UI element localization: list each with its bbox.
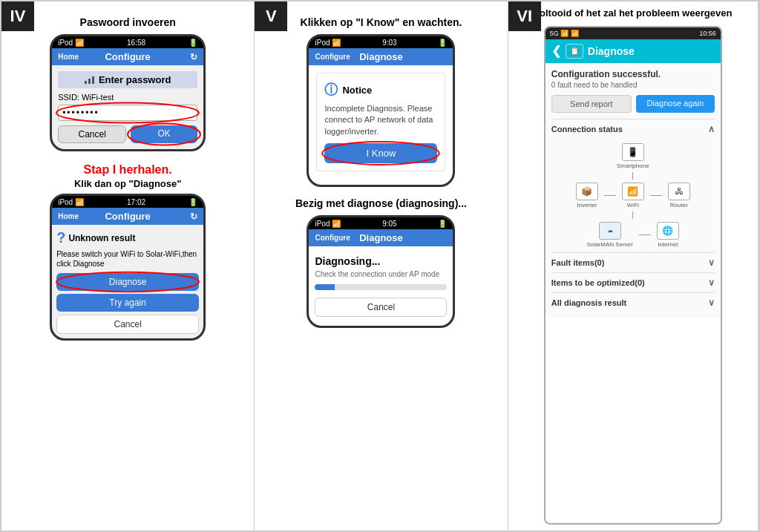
diagnose-again-button[interactable]: Diagnose again <box>636 95 715 113</box>
back-icon[interactable]: ❮ <box>551 44 561 58</box>
android-time: 10:56 <box>699 30 716 37</box>
hline-1 <box>604 195 616 196</box>
chevron-down-icon-3: ∨ <box>708 298 715 308</box>
wifi-node: 📶 WiFi <box>622 183 644 208</box>
connection-status-label: Connection status <box>551 125 623 134</box>
nav-home-1[interactable]: Home <box>58 53 79 61</box>
smartphone-node: 📱 Smartphone <box>617 143 649 169</box>
android-network: 5G 📶 📶 <box>550 30 579 37</box>
status-bar-2: iPod 📶 17:02 🔋 <box>52 196 203 208</box>
internet-node: 🌐 Internet <box>657 222 679 248</box>
iphone-screen2: iPod 📶 17:02 🔋 Home Configure ↻ ? Unknow… <box>50 194 206 341</box>
notice-text: Incomplete Diagnosis. Please connect to … <box>324 103 437 137</box>
inverter-node: 📦 Inverter <box>576 183 598 208</box>
diagnosing-text: Diagnosing... <box>315 255 447 267</box>
v2-nav: Configure Diagnose <box>309 229 453 246</box>
v1-configure[interactable]: Configure <box>315 53 350 61</box>
router-label: Router <box>670 202 688 208</box>
solarman-node: ☁ SolarMAN Server <box>587 222 633 248</box>
chevron-down-icon-1: ∨ <box>708 257 715 268</box>
nav-title-1: Configure <box>105 51 150 62</box>
cancel-button-1[interactable]: Cancel <box>58 125 126 143</box>
iphone-screen1: iPod 📶 16:58 🔋 Home Configure ↻ Enter pa… <box>50 34 206 151</box>
try-again-button[interactable]: Try again <box>56 294 199 312</box>
conn-row-mid: 📦 Inverter 📶 WiFi 🖧 Router <box>576 183 690 208</box>
chevron-up-icon: ∧ <box>708 124 715 134</box>
internet-icon: 🌐 <box>657 222 679 240</box>
connection-diagram: 📱 Smartphone 📦 Inverter 📶 WiFi <box>551 139 715 252</box>
v1-ipod: iPod 📶 <box>315 39 341 47</box>
solarman-icon: ☁ <box>599 222 621 240</box>
conn-row-bot: ☁ SolarMAN Server 🌐 Internet <box>587 222 679 248</box>
fault-items-label: Fault items(0) <box>551 258 605 267</box>
progress-bar <box>315 284 447 290</box>
smartphone-icon: 📱 <box>622 143 644 161</box>
panel-vi-title: Voltooid of het zal het probleem weergev… <box>534 7 732 20</box>
panel-v: V Klikken op "I Know" en wachten. iPod 📶… <box>255 1 508 531</box>
smartphone-label: Smartphone <box>617 162 649 169</box>
battery-1: 🔋 <box>189 39 197 47</box>
ipod-label-2: iPod 📶 <box>58 198 84 206</box>
connection-status-header[interactable]: Connection status ∧ <box>551 119 715 139</box>
iphone-v1: iPod 📶 9:03 🔋 Configure Diagnose ⓘ Notic… <box>307 34 455 187</box>
nav-bar-1: Home Configure ↻ <box>52 48 203 65</box>
pw-title: Enter password <box>58 71 197 88</box>
status-bar-1: iPod 📶 16:58 🔋 <box>52 36 203 48</box>
notice-box: ⓘ Notice Incomplete Diagnosis. Please co… <box>316 73 445 171</box>
panel-v-title: Klikken op "I Know" en wachten. <box>261 13 501 28</box>
time-2: 17:02 <box>127 198 145 206</box>
notice-icon: ⓘ <box>324 81 338 99</box>
android-body: Configuration successful. 0 fault need t… <box>546 63 721 318</box>
pw-input-wrap <box>58 105 197 121</box>
bar2 <box>88 79 91 84</box>
pw-label: Enter password <box>99 74 171 85</box>
diagnosing-subtitle: Bezig met diagnose (diagnosing)... <box>295 197 467 209</box>
diagnosing-sub: Check the connection under AP mode <box>315 270 447 278</box>
wifi-icon: 📶 <box>622 183 644 200</box>
android-phone: 5G 📶 📶 10:56 ❮ 📋 Diagnose Configuration … <box>544 26 722 525</box>
refresh-icon-2[interactable]: ↻ <box>190 211 197 222</box>
android-nav-title: Diagnose <box>588 45 635 57</box>
cancel-button-v2[interactable]: Cancel <box>315 298 447 317</box>
iphone-body-1: Enter password SSID: WiFi-test Cancel OK <box>52 65 203 149</box>
items-optimized-header[interactable]: Items to be optimized(0) ∨ <box>551 272 715 292</box>
v2-configure[interactable]: Configure <box>315 234 350 242</box>
pw-input[interactable] <box>58 105 197 121</box>
unknown-label: Unknown result <box>68 233 135 243</box>
fault-items-header[interactable]: Fault items(0) ∨ <box>551 252 715 272</box>
panel-iv-title: Paswoord invoeren <box>7 13 248 28</box>
all-diagnosis-label: All diagnosis result <box>551 298 626 307</box>
config-success: Configuration successful. <box>551 69 715 79</box>
vline-2 <box>632 211 633 219</box>
send-report-button[interactable]: Send report <box>551 95 632 113</box>
ssid-label: SSID: <box>58 93 79 102</box>
roman-numeral-iv: IV <box>1 1 34 31</box>
cancel-button-2[interactable]: Cancel <box>56 315 199 334</box>
iknow-button[interactable]: I Know <box>324 143 437 163</box>
signal-bars <box>85 76 94 84</box>
iphone-v2: iPod 📶 9:05 🔋 Configure Diagnose Diagnos… <box>307 215 455 328</box>
vline-1 <box>632 172 633 180</box>
v2-battery: 🔋 <box>438 220 447 228</box>
step-repeat: Stap I herhalen. <box>84 163 172 177</box>
internet-label: Internet <box>658 241 678 248</box>
ok-button[interactable]: OK <box>131 125 197 143</box>
progress-fill <box>315 284 335 290</box>
unknown-title: ? Unknown result <box>56 229 199 246</box>
items-optimized-label: Items to be optimized(0) <box>551 278 645 287</box>
unknown-box: ? Unknown result Please switch your WiFi… <box>52 225 203 338</box>
diagnose-button[interactable]: Diagnose <box>56 273 199 291</box>
ipod-label: iPod 📶 <box>58 39 84 47</box>
v2-body: Diagnosing... Check the connection under… <box>309 246 453 326</box>
v1-nav: Configure Diagnose <box>309 48 453 65</box>
refresh-icon-1[interactable]: ↻ <box>190 52 197 62</box>
nav-home-2[interactable]: Home <box>58 212 79 220</box>
all-diagnosis-header[interactable]: All diagnosis result ∨ <box>551 292 715 312</box>
v2-title: Diagnose <box>359 232 403 243</box>
notice-title: Notice <box>342 85 372 96</box>
time-1: 16:58 <box>127 39 145 47</box>
ssid-value: WiFi-test <box>82 93 114 102</box>
nav-title-2: Configure <box>105 211 150 222</box>
diagnose-app-icon: 📋 <box>566 44 583 59</box>
router-node: 🖧 Router <box>668 183 690 208</box>
